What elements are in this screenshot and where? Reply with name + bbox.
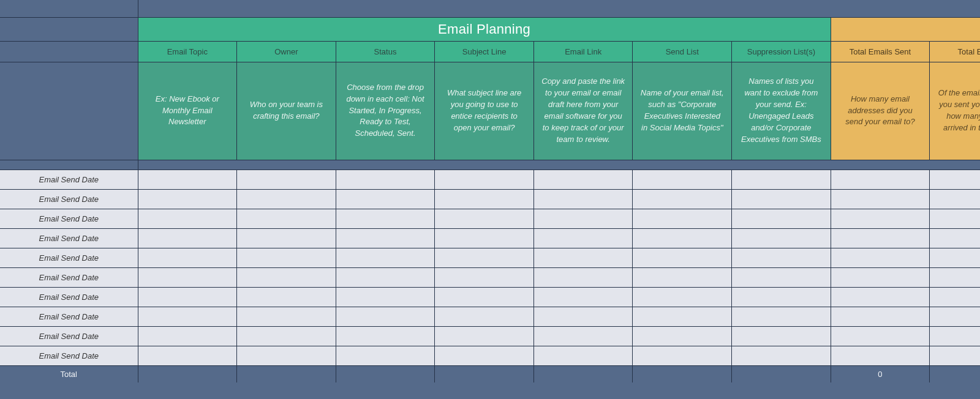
- data-cell[interactable]: [138, 307, 237, 326]
- data-cell[interactable]: [237, 228, 336, 248]
- data-cell[interactable]: [732, 326, 831, 346]
- data-cell[interactable]: [237, 287, 336, 307]
- data-cell[interactable]: [831, 346, 930, 365]
- row-header-send-date[interactable]: Email Send Date: [0, 346, 138, 365]
- data-cell[interactable]: [732, 267, 831, 287]
- data-cell[interactable]: [930, 189, 980, 209]
- data-cell[interactable]: [930, 287, 980, 307]
- data-cell[interactable]: [435, 248, 534, 267]
- col-header-owner[interactable]: Owner: [237, 41, 336, 62]
- data-cell[interactable]: [633, 326, 732, 346]
- data-cell[interactable]: [435, 189, 534, 209]
- data-cell[interactable]: [336, 326, 435, 346]
- col-header-email-link[interactable]: Email Link: [533, 41, 633, 62]
- data-cell[interactable]: [930, 307, 980, 326]
- row-header-send-date[interactable]: Email Send Date: [0, 326, 138, 346]
- data-cell[interactable]: [533, 209, 633, 228]
- data-cell[interactable]: [533, 189, 633, 209]
- data-cell[interactable]: [533, 228, 633, 248]
- data-cell[interactable]: [237, 248, 336, 267]
- data-cell[interactable]: [831, 267, 930, 287]
- col-header-total-emails-delivered[interactable]: Total Emails: [930, 41, 980, 62]
- data-cell[interactable]: [336, 287, 435, 307]
- data-cell[interactable]: [435, 346, 534, 365]
- row-header-send-date[interactable]: Email Send Date: [0, 248, 138, 267]
- col-header-total-emails-sent[interactable]: Total Emails Sent: [831, 41, 930, 62]
- data-cell[interactable]: [930, 228, 980, 248]
- data-cell[interactable]: [831, 170, 930, 189]
- data-cell[interactable]: [435, 287, 534, 307]
- data-cell[interactable]: [732, 209, 831, 228]
- data-cell[interactable]: [930, 346, 980, 365]
- data-cell[interactable]: [831, 189, 930, 209]
- data-cell[interactable]: [732, 170, 831, 189]
- data-cell[interactable]: [336, 307, 435, 326]
- col-header-status[interactable]: Status: [336, 41, 435, 62]
- col-header-send-list[interactable]: Send List: [633, 41, 732, 62]
- data-cell[interactable]: [533, 346, 633, 365]
- data-cell[interactable]: [633, 170, 732, 189]
- data-cell[interactable]: [533, 287, 633, 307]
- col-header-subject-line[interactable]: Subject Line: [435, 41, 534, 62]
- data-cell[interactable]: [138, 228, 237, 248]
- data-cell[interactable]: [435, 209, 534, 228]
- data-cell[interactable]: [138, 346, 237, 365]
- data-cell[interactable]: [831, 287, 930, 307]
- data-cell[interactable]: [237, 307, 336, 326]
- data-cell[interactable]: [435, 267, 534, 287]
- data-cell[interactable]: [237, 189, 336, 209]
- data-cell[interactable]: [633, 189, 732, 209]
- data-cell[interactable]: [533, 248, 633, 267]
- data-cell[interactable]: [138, 287, 237, 307]
- data-cell[interactable]: [831, 248, 930, 267]
- row-header-send-date[interactable]: Email Send Date: [0, 189, 138, 209]
- data-cell[interactable]: [633, 248, 732, 267]
- data-cell[interactable]: [237, 209, 336, 228]
- data-cell[interactable]: [336, 248, 435, 267]
- data-cell[interactable]: [435, 170, 534, 189]
- data-cell[interactable]: [930, 326, 980, 346]
- data-cell[interactable]: [831, 228, 930, 248]
- col-header-suppression-lists[interactable]: Suppression List(s): [732, 41, 831, 62]
- data-cell[interactable]: [138, 189, 237, 209]
- data-cell[interactable]: [237, 267, 336, 287]
- data-cell[interactable]: [633, 287, 732, 307]
- data-cell[interactable]: [435, 307, 534, 326]
- data-cell[interactable]: [732, 228, 831, 248]
- data-cell[interactable]: [930, 170, 980, 189]
- data-cell[interactable]: [831, 307, 930, 326]
- data-cell[interactable]: [633, 346, 732, 365]
- data-cell[interactable]: [138, 209, 237, 228]
- data-cell[interactable]: [435, 228, 534, 248]
- data-cell[interactable]: [633, 307, 732, 326]
- data-cell[interactable]: [533, 267, 633, 287]
- data-cell[interactable]: [732, 346, 831, 365]
- data-cell[interactable]: [533, 307, 633, 326]
- data-cell[interactable]: [732, 287, 831, 307]
- row-header-send-date[interactable]: Email Send Date: [0, 209, 138, 228]
- row-header-send-date[interactable]: Email Send Date: [0, 287, 138, 307]
- data-cell[interactable]: [633, 228, 732, 248]
- data-cell[interactable]: [831, 326, 930, 346]
- data-cell[interactable]: [930, 267, 980, 287]
- data-cell[interactable]: [237, 326, 336, 346]
- data-cell[interactable]: [138, 326, 237, 346]
- data-cell[interactable]: [633, 267, 732, 287]
- data-cell[interactable]: [336, 228, 435, 248]
- data-cell[interactable]: [138, 267, 237, 287]
- data-cell[interactable]: [732, 307, 831, 326]
- data-cell[interactable]: [237, 346, 336, 365]
- col-header-email-topic[interactable]: Email Topic: [138, 41, 237, 62]
- data-cell[interactable]: [533, 326, 633, 346]
- data-cell[interactable]: [831, 209, 930, 228]
- data-cell[interactable]: [336, 267, 435, 287]
- data-cell[interactable]: [336, 170, 435, 189]
- data-cell[interactable]: [435, 326, 534, 346]
- data-cell[interactable]: [732, 248, 831, 267]
- data-cell[interactable]: [633, 209, 732, 228]
- data-cell[interactable]: [533, 170, 633, 189]
- data-cell[interactable]: [237, 170, 336, 189]
- data-cell[interactable]: [336, 209, 435, 228]
- data-cell[interactable]: [930, 209, 980, 228]
- row-header-send-date[interactable]: Email Send Date: [0, 228, 138, 248]
